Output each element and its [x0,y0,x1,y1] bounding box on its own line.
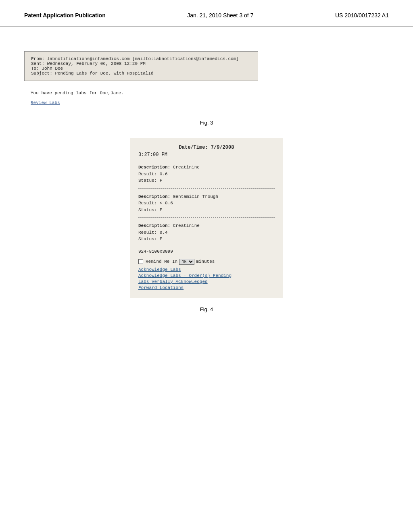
lab-entry-1-desc-label: Description: [138,165,173,170]
header-patent-number: US 2010/0017232 A1 [335,12,389,19]
lab-entry-3-desc-value: Creatinine [173,223,200,228]
lab-entry-1-desc-value: Creatinine [173,165,200,170]
lab-panel: Date/Time: 7/9/2008 3:27:00 PM Descripti… [130,138,283,298]
acknowledge-labs-orders-pending-link[interactable]: Acknowledge Labs - Order(s) Pending [138,273,275,278]
header-date-sheet: Jan. 21, 2010 Sheet 3 of 7 [187,12,253,19]
lab-entry-3-description: Description: Creatinine [138,222,275,229]
lab-entry-3: Description: Creatinine Result: 0.4 Stat… [138,222,275,243]
lab-entry-2-result-value: < 0.6 [160,201,173,206]
email-subject: Subject: Pending Labs for Doe, with Hosp… [31,71,251,76]
review-labs-link[interactable]: Review Labs [31,100,60,105]
email-header-box: From: labnotifications@infamedics.com [m… [24,51,258,81]
lab-entry-1-result-value: 0.6 [160,172,168,177]
email-sent: Sent: Wednesday, February 06, 2008 12:20… [31,61,251,66]
lab-entry-1-description: Description: Creatinine [138,164,275,171]
lab-entry-1-status-value: F [160,178,163,183]
remind-minutes-label: minutes [196,259,215,264]
fig4-container: Date/Time: 7/9/2008 3:27:00 PM Descripti… [24,138,389,298]
lab-entry-1-status: Status: F [138,177,275,184]
lab-entry-2-description: Description: Gentamicin Trough [138,193,275,200]
email-to: To: John Doe [31,66,251,71]
labs-verbally-acknowledged-link[interactable]: Labs Verbally Acknowledged [138,279,275,284]
lab-entry-2-desc-label: Description: [138,194,173,199]
lab-entry-2-status-label: Status: [138,208,160,212]
lab-entry-1: Description: Creatinine Result: 0.6 Stat… [138,164,275,189]
header-publication-label: Patent Application Publication [24,12,106,19]
lab-entry-3-status-value: F [160,237,163,241]
fig3-container: From: labnotifications@infamedics.com [m… [24,51,389,126]
lab-entry-3-result-value: 0.4 [160,230,168,235]
page-header: Patent Application Publication Jan. 21, … [0,0,413,27]
lab-entry-2-result-label: Result: [138,201,160,206]
lab-entry-2-status: Status: F [138,207,275,214]
lab-time: 3:27:00 PM [138,152,275,158]
lab-entry-1-status-label: Status: [138,178,160,183]
phone-number: 924-8100x3099 [138,249,275,254]
lab-entry-3-result-label: Result: [138,230,160,235]
lab-datetime: Date/Time: 7/9/2008 [138,145,275,150]
remind-row: Remind Me In 15 30 60 minutes [138,259,275,265]
lab-entry-2: Description: Gentamicin Trough Result: <… [138,193,275,218]
lab-entry-2-result: Result: < 0.6 [138,200,275,207]
lab-entry-2-status-value: F [160,208,163,212]
lab-entry-3-status-label: Status: [138,237,160,241]
lab-entry-2-desc-value: Gentamicin Trough [173,194,218,199]
acknowledge-labs-link[interactable]: Acknowledge Labs [138,267,275,272]
lab-entry-3-status: Status: F [138,236,275,243]
remind-label: Remind Me In [146,259,177,264]
email-from: From: labnotifications@infamedics.com [m… [31,56,251,61]
lab-entry-3-result: Result: 0.4 [138,229,275,236]
email-body-text: You have pending labs for Doe,Jane. [31,91,252,96]
fig3-label: Fig. 3 [24,120,389,126]
email-body: You have pending labs for Doe,Jane. Revi… [24,84,258,112]
page-content: From: labnotifications@infamedics.com [m… [0,27,413,341]
lab-entry-1-result: Result: 0.6 [138,171,275,178]
remind-minutes-select[interactable]: 15 30 60 [179,259,194,265]
lab-entry-1-result-label: Result: [138,172,160,177]
remind-checkbox-icon[interactable] [138,259,143,264]
lab-entry-3-desc-label: Description: [138,223,173,228]
forward-locations-link[interactable]: Forward Locations [138,285,275,290]
fig4-label: Fig. 4 [24,306,389,312]
